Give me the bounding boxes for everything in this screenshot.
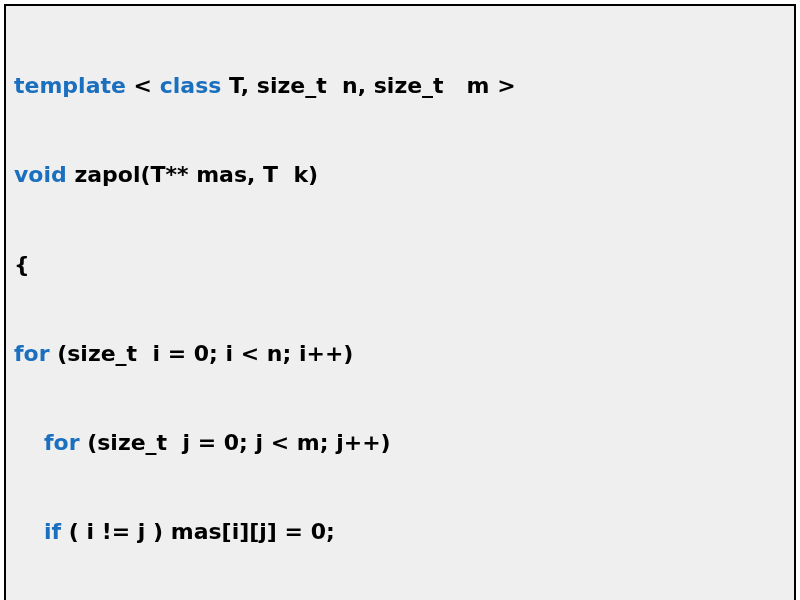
code-line: for (size_t i = 0; i < n; i++) — [14, 339, 786, 369]
code-line: template < class T, size_t n, size_t m > — [14, 71, 786, 101]
keyword-template: template — [14, 73, 126, 98]
code-line: if ( i != j ) mas[i][j] = 0; — [14, 517, 786, 547]
keyword-for: for — [44, 430, 87, 455]
code-line: void zapol(T** mas, T k) — [14, 160, 786, 190]
code-slide: template < class T, size_t n, size_t m >… — [0, 0, 800, 600]
keyword-void: void — [14, 162, 67, 187]
code-line: { — [14, 250, 786, 280]
keyword-if: if — [44, 519, 69, 544]
keyword-for: for — [14, 341, 57, 366]
keyword-class: class — [160, 73, 222, 98]
code-block-1: template < class T, size_t n, size_t m >… — [4, 4, 796, 600]
code-line: for (size_t j = 0; j < m; j++) — [14, 428, 786, 458]
